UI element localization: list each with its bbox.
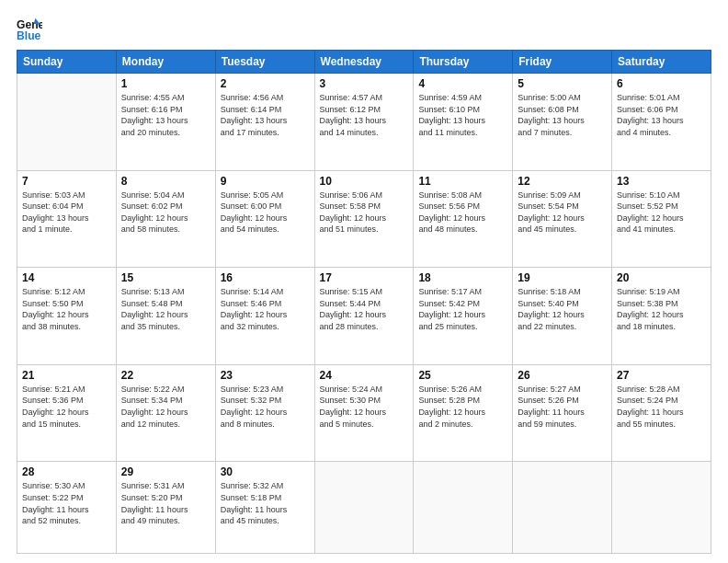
- day-number: 6: [617, 77, 706, 90]
- day-number: 13: [617, 175, 706, 188]
- cell-info: Sunrise: 5:01 AM Sunset: 6:06 PM Dayligh…: [617, 92, 706, 138]
- day-number: 2: [221, 77, 310, 90]
- cell-info: Sunrise: 5:14 AM Sunset: 5:46 PM Dayligh…: [221, 286, 310, 332]
- day-number: 8: [121, 175, 210, 188]
- calendar-cell: 14Sunrise: 5:12 AM Sunset: 5:50 PM Dayli…: [17, 268, 117, 365]
- weekday-header-saturday: Saturday: [612, 51, 711, 74]
- calendar-cell: [513, 462, 612, 554]
- weekday-header-monday: Monday: [116, 51, 215, 74]
- calendar-cell: 17Sunrise: 5:15 AM Sunset: 5:44 PM Dayli…: [314, 268, 414, 365]
- calendar-week-row: 14Sunrise: 5:12 AM Sunset: 5:50 PM Dayli…: [17, 268, 711, 365]
- header: General Blue: [17, 17, 711, 42]
- day-number: 15: [121, 271, 210, 284]
- cell-info: Sunrise: 5:22 AM Sunset: 5:34 PM Dayligh…: [121, 384, 210, 430]
- calendar-cell: 28Sunrise: 5:30 AM Sunset: 5:22 PM Dayli…: [17, 462, 117, 554]
- calendar-cell: 18Sunrise: 5:17 AM Sunset: 5:42 PM Dayli…: [414, 268, 513, 365]
- calendar-cell: 27Sunrise: 5:28 AM Sunset: 5:24 PM Dayli…: [612, 364, 711, 462]
- cell-info: Sunrise: 5:09 AM Sunset: 5:54 PM Dayligh…: [518, 190, 607, 236]
- weekday-header-sunday: Sunday: [17, 51, 117, 74]
- cell-info: Sunrise: 5:03 AM Sunset: 6:04 PM Dayligh…: [22, 190, 111, 236]
- weekday-header-wednesday: Wednesday: [314, 51, 414, 74]
- calendar-cell: [612, 462, 711, 554]
- cell-info: Sunrise: 5:06 AM Sunset: 5:58 PM Dayligh…: [320, 190, 409, 236]
- day-number: 20: [617, 271, 706, 284]
- day-number: 27: [617, 369, 706, 382]
- day-number: 22: [121, 369, 210, 382]
- day-number: 12: [518, 175, 607, 188]
- day-number: 28: [22, 465, 111, 478]
- cell-info: Sunrise: 5:19 AM Sunset: 5:38 PM Dayligh…: [617, 286, 706, 332]
- cell-info: Sunrise: 5:05 AM Sunset: 6:00 PM Dayligh…: [221, 190, 310, 236]
- calendar-cell: 23Sunrise: 5:23 AM Sunset: 5:32 PM Dayli…: [215, 364, 314, 462]
- calendar-week-row: 28Sunrise: 5:30 AM Sunset: 5:22 PM Dayli…: [17, 462, 711, 554]
- calendar-cell: 19Sunrise: 5:18 AM Sunset: 5:40 PM Dayli…: [513, 268, 612, 365]
- day-number: 9: [221, 175, 310, 188]
- cell-info: Sunrise: 4:57 AM Sunset: 6:12 PM Dayligh…: [320, 92, 409, 138]
- calendar-cell: 5Sunrise: 5:00 AM Sunset: 6:08 PM Daylig…: [513, 74, 612, 171]
- calendar-cell: [414, 462, 513, 554]
- weekday-header-thursday: Thursday: [414, 51, 513, 74]
- cell-info: Sunrise: 5:30 AM Sunset: 5:22 PM Dayligh…: [22, 480, 111, 526]
- calendar-cell: 29Sunrise: 5:31 AM Sunset: 5:20 PM Dayli…: [116, 462, 215, 554]
- page: General Blue SundayMondayTuesdayWednesda…: [0, 0, 728, 563]
- cell-info: Sunrise: 5:12 AM Sunset: 5:50 PM Dayligh…: [22, 286, 111, 332]
- calendar-cell: 8Sunrise: 5:04 AM Sunset: 6:02 PM Daylig…: [116, 170, 215, 268]
- day-number: 3: [320, 77, 409, 90]
- calendar-table: SundayMondayTuesdayWednesdayThursdayFrid…: [17, 50, 711, 554]
- calendar-cell: 22Sunrise: 5:22 AM Sunset: 5:34 PM Dayli…: [116, 364, 215, 462]
- cell-info: Sunrise: 5:26 AM Sunset: 5:28 PM Dayligh…: [418, 384, 507, 430]
- weekday-header-friday: Friday: [513, 51, 612, 74]
- day-number: 19: [518, 271, 607, 284]
- day-number: 14: [22, 271, 111, 284]
- calendar-cell: 9Sunrise: 5:05 AM Sunset: 6:00 PM Daylig…: [215, 170, 314, 268]
- calendar-cell: 10Sunrise: 5:06 AM Sunset: 5:58 PM Dayli…: [314, 170, 414, 268]
- day-number: 1: [121, 77, 210, 90]
- logo: General Blue: [17, 17, 42, 42]
- day-number: 5: [518, 77, 607, 90]
- calendar-cell: 11Sunrise: 5:08 AM Sunset: 5:56 PM Dayli…: [414, 170, 513, 268]
- calendar-cell: 16Sunrise: 5:14 AM Sunset: 5:46 PM Dayli…: [215, 268, 314, 365]
- cell-info: Sunrise: 5:15 AM Sunset: 5:44 PM Dayligh…: [320, 286, 409, 332]
- calendar-cell: 20Sunrise: 5:19 AM Sunset: 5:38 PM Dayli…: [612, 268, 711, 365]
- calendar-cell: 2Sunrise: 4:56 AM Sunset: 6:14 PM Daylig…: [215, 74, 314, 171]
- calendar-cell: [17, 74, 117, 171]
- calendar-cell: [314, 462, 414, 554]
- calendar-cell: 6Sunrise: 5:01 AM Sunset: 6:06 PM Daylig…: [612, 74, 711, 171]
- cell-info: Sunrise: 4:59 AM Sunset: 6:10 PM Dayligh…: [418, 92, 507, 138]
- calendar-cell: 15Sunrise: 5:13 AM Sunset: 5:48 PM Dayli…: [116, 268, 215, 365]
- day-number: 21: [22, 369, 111, 382]
- weekday-header-tuesday: Tuesday: [215, 51, 314, 74]
- cell-info: Sunrise: 5:24 AM Sunset: 5:30 PM Dayligh…: [320, 384, 409, 430]
- calendar-cell: 13Sunrise: 5:10 AM Sunset: 5:52 PM Dayli…: [612, 170, 711, 268]
- cell-info: Sunrise: 5:13 AM Sunset: 5:48 PM Dayligh…: [121, 286, 210, 332]
- cell-info: Sunrise: 5:00 AM Sunset: 6:08 PM Dayligh…: [518, 92, 607, 138]
- calendar-cell: 21Sunrise: 5:21 AM Sunset: 5:36 PM Dayli…: [17, 364, 117, 462]
- cell-info: Sunrise: 5:08 AM Sunset: 5:56 PM Dayligh…: [418, 190, 507, 236]
- day-number: 11: [418, 175, 507, 188]
- calendar-cell: 24Sunrise: 5:24 AM Sunset: 5:30 PM Dayli…: [314, 364, 414, 462]
- logo-icon: General Blue: [17, 17, 42, 42]
- day-number: 29: [121, 465, 210, 478]
- cell-info: Sunrise: 5:32 AM Sunset: 5:18 PM Dayligh…: [221, 480, 310, 526]
- cell-info: Sunrise: 5:28 AM Sunset: 5:24 PM Dayligh…: [617, 384, 706, 430]
- day-number: 26: [518, 369, 607, 382]
- cell-info: Sunrise: 5:04 AM Sunset: 6:02 PM Dayligh…: [121, 190, 210, 236]
- cell-info: Sunrise: 5:10 AM Sunset: 5:52 PM Dayligh…: [617, 190, 706, 236]
- day-number: 17: [320, 271, 409, 284]
- weekday-header-row: SundayMondayTuesdayWednesdayThursdayFrid…: [17, 51, 711, 74]
- day-number: 18: [418, 271, 507, 284]
- calendar-week-row: 21Sunrise: 5:21 AM Sunset: 5:36 PM Dayli…: [17, 364, 711, 462]
- calendar-week-row: 1Sunrise: 4:55 AM Sunset: 6:16 PM Daylig…: [17, 74, 711, 171]
- day-number: 23: [221, 369, 310, 382]
- calendar-cell: 30Sunrise: 5:32 AM Sunset: 5:18 PM Dayli…: [215, 462, 314, 554]
- cell-info: Sunrise: 5:21 AM Sunset: 5:36 PM Dayligh…: [22, 384, 111, 430]
- day-number: 7: [22, 175, 111, 188]
- day-number: 10: [320, 175, 409, 188]
- cell-info: Sunrise: 5:27 AM Sunset: 5:26 PM Dayligh…: [518, 384, 607, 430]
- cell-info: Sunrise: 4:55 AM Sunset: 6:16 PM Dayligh…: [121, 92, 210, 138]
- day-number: 25: [418, 369, 507, 382]
- calendar-cell: 7Sunrise: 5:03 AM Sunset: 6:04 PM Daylig…: [17, 170, 117, 268]
- day-number: 16: [221, 271, 310, 284]
- calendar-cell: 12Sunrise: 5:09 AM Sunset: 5:54 PM Dayli…: [513, 170, 612, 268]
- cell-info: Sunrise: 5:17 AM Sunset: 5:42 PM Dayligh…: [418, 286, 507, 332]
